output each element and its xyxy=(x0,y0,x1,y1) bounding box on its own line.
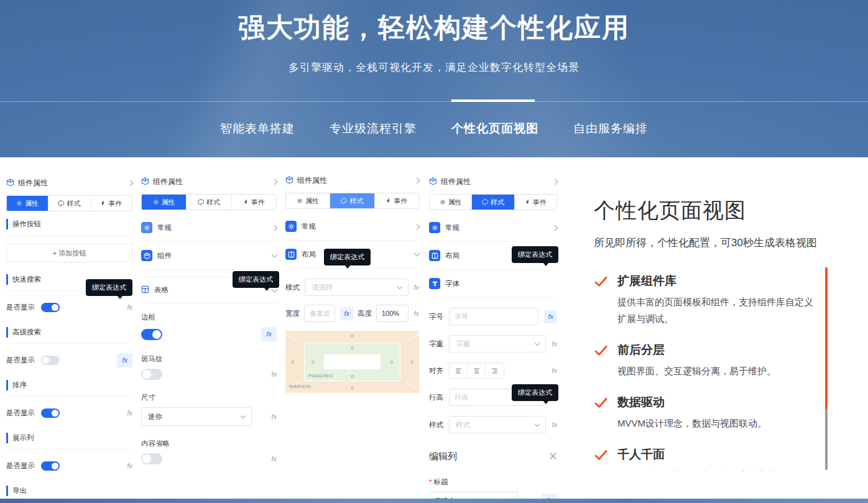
tab-properties[interactable]: 属性 xyxy=(7,196,48,211)
size-select[interactable]: 迷你 xyxy=(141,407,252,426)
bottom-accent-bar xyxy=(0,499,868,503)
feature-description-column: 个性化页面视图 所见即所得，个性化配置，可30秒生成表格视图 扩展组件库 提供丰… xyxy=(594,196,827,471)
fx-bind-button[interactable]: fx xyxy=(127,304,132,311)
padding-right-value[interactable]: 0 xyxy=(390,359,393,365)
tab-properties[interactable]: 属性 xyxy=(142,195,187,210)
tab-smart-form[interactable]: 智能表单搭建 xyxy=(220,121,295,137)
advanced-search-toggle[interactable] xyxy=(41,356,60,365)
show-label: 是否显示 xyxy=(6,356,35,365)
quick-search-toggle[interactable] xyxy=(41,303,60,312)
font-weight-select[interactable]: 字重 xyxy=(449,335,546,353)
tab-event[interactable]: 事件 xyxy=(515,195,556,210)
list-item: 扩展组件库 提供丰富的页面模板和组件，支持组件库自定义扩展与调试。 xyxy=(594,273,827,327)
size-row: 宽度 fx 高度 fx xyxy=(285,305,419,322)
collapse-row-general[interactable]: 常规 xyxy=(141,214,277,242)
feature-scroll-track[interactable] xyxy=(825,267,828,470)
lightning-icon xyxy=(243,199,249,205)
tab-style[interactable]: 样式 xyxy=(330,193,374,208)
chevron-down-icon xyxy=(397,284,402,288)
fx-bind-button[interactable]: fx xyxy=(552,422,557,428)
fx-bind-button[interactable]: fx xyxy=(127,410,132,417)
style-select[interactable]: 样式 xyxy=(449,416,546,433)
binding-expression-tooltip: 绑定表达式 xyxy=(324,249,371,265)
fx-bind-button[interactable]: fx xyxy=(271,371,277,378)
fx-bind-button[interactable]: fx xyxy=(552,367,557,374)
fx-bind-button[interactable]: fx xyxy=(271,456,277,463)
section-title: 排序 xyxy=(6,380,132,390)
margin-bottom-value[interactable]: 0 xyxy=(351,385,353,391)
style-label: 样式 xyxy=(429,420,443,430)
align-right-button[interactable] xyxy=(486,363,504,378)
display-columns-toggle[interactable] xyxy=(41,461,60,471)
page-subtitle: 多引擎驱动，全栈可视化开发，满足企业数字化转型全场景 xyxy=(0,60,868,75)
cube-icon xyxy=(141,177,149,187)
mode-select[interactable]: 请选择 xyxy=(305,279,409,296)
collapse-row-general[interactable]: 常规 xyxy=(285,213,419,241)
edit-column-header: 编辑列 xyxy=(429,451,557,463)
padding-left-value[interactable]: 0 xyxy=(312,359,314,365)
tab-style[interactable]: 样式 xyxy=(48,196,90,211)
padding-top-value[interactable]: 0 xyxy=(351,345,353,351)
padding-bottom-value[interactable]: 0 xyxy=(351,374,353,379)
collapse-row-component[interactable]: 组件 xyxy=(141,242,277,270)
fx-bind-button[interactable]: fx xyxy=(413,310,419,317)
margin-right-value[interactable]: 0 xyxy=(411,359,413,365)
border-toggle[interactable] xyxy=(141,329,162,340)
tab-event[interactable]: 事件 xyxy=(375,193,418,208)
feature-title: 个性化页面视图 xyxy=(594,196,827,225)
collapse-row-general[interactable]: 常规 xyxy=(429,214,557,242)
palette-icon xyxy=(482,199,488,205)
tab-service-orchestration[interactable]: 自由服务编排 xyxy=(573,121,648,137)
margin-zone-label: MARGIN xyxy=(289,384,311,389)
zebra-toggle[interactable] xyxy=(141,369,162,380)
width-input[interactable] xyxy=(304,305,335,322)
content-zone xyxy=(324,354,381,369)
tab-properties[interactable]: 属性 xyxy=(286,193,330,208)
tab-style[interactable]: 样式 xyxy=(187,195,231,210)
size-control-row: 迷你 fx xyxy=(141,407,277,426)
fx-bind-button-highlighted[interactable]: fx xyxy=(117,353,132,367)
chevron-down-icon xyxy=(414,251,420,257)
feature-item-desc: 配置化实现，视图内容可由用户自定义 xyxy=(617,467,816,471)
fx-bind-button-highlighted[interactable]: fx xyxy=(261,327,277,341)
cube-icon xyxy=(429,177,437,187)
panel-title: 组件属性 xyxy=(441,177,471,187)
tab-page-view[interactable]: 个性化页面视图 xyxy=(451,121,538,137)
font-size-input[interactable] xyxy=(449,308,538,325)
margin-top-value[interactable]: 0 xyxy=(351,333,353,339)
chevron-right-icon[interactable] xyxy=(414,178,420,184)
fx-bind-button[interactable]: fx xyxy=(271,413,277,420)
feature-scroll-indicator[interactable] xyxy=(825,267,828,409)
section-title: 操作按钮 xyxy=(6,219,132,229)
chevron-right-icon[interactable] xyxy=(272,179,278,185)
tab-event[interactable]: 事件 xyxy=(91,196,132,211)
chevron-right-icon[interactable] xyxy=(552,179,558,185)
feature-item-title: 扩展组件库 xyxy=(617,273,816,289)
feature-item-desc: 视图界面、交互逻辑分离，易于维护。 xyxy=(617,362,816,379)
sort-toggle[interactable] xyxy=(41,408,60,418)
fx-bind-button-highlighted[interactable]: fx xyxy=(340,307,353,320)
style-row: 样式 样式 fx xyxy=(429,416,557,433)
binding-expression-tooltip: 绑定表达式 xyxy=(512,246,558,263)
fx-bind-button-highlighted[interactable]: fx xyxy=(544,310,557,323)
feature-list: 扩展组件库 提供丰富的页面模板和组件，支持组件库自定义扩展与调试。 前后分层 视… xyxy=(594,273,827,471)
tab-style[interactable]: 样式 xyxy=(472,195,514,210)
table-icon xyxy=(141,285,149,295)
tab-event[interactable]: 事件 xyxy=(232,195,276,210)
fx-bind-button[interactable]: fx xyxy=(413,284,419,291)
align-center-button[interactable] xyxy=(468,363,486,378)
collapse-row-font[interactable]: 字体 xyxy=(429,270,557,298)
add-button[interactable]: + 添加按钮 xyxy=(6,244,132,262)
tab-properties[interactable]: 属性 xyxy=(430,195,472,210)
fx-bind-button[interactable]: fx xyxy=(552,341,557,348)
height-input[interactable] xyxy=(376,305,409,322)
chevron-right-icon[interactable] xyxy=(127,180,134,187)
tab-process-engine[interactable]: 专业级流程引擎 xyxy=(330,121,417,137)
panel-tab-bar: 属性 样式 事件 xyxy=(141,194,277,210)
align-left-button[interactable] xyxy=(450,363,468,378)
fx-bind-button[interactable]: fx xyxy=(127,463,132,469)
margin-left-value[interactable]: 0 xyxy=(291,359,293,365)
font-weight-label: 字重 xyxy=(429,339,443,349)
ellipsis-toggle[interactable] xyxy=(141,453,162,464)
close-icon[interactable] xyxy=(549,452,557,461)
